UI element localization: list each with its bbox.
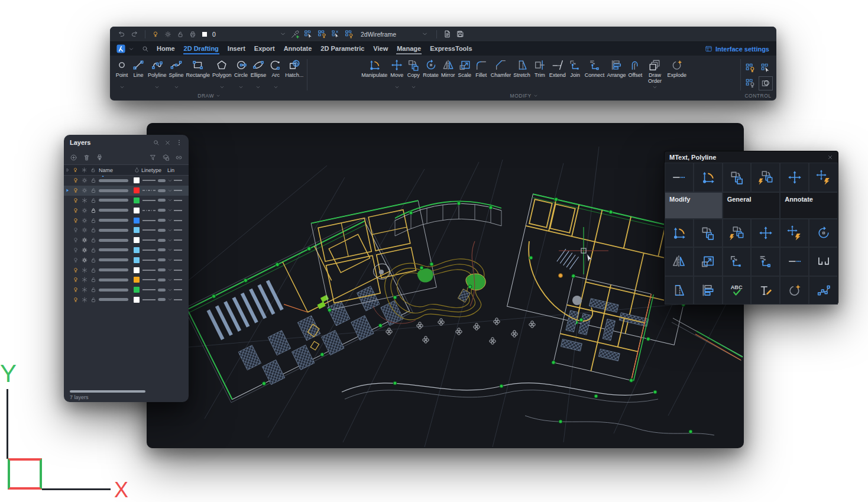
layer-row[interactable]: [64, 295, 189, 305]
quad-tool-copy-express[interactable]: [723, 219, 752, 247]
tab-insert[interactable]: Insert: [227, 43, 246, 54]
bulb-on-icon[interactable]: [71, 187, 80, 194]
linetype-sample[interactable]: [141, 219, 157, 222]
chevron-down-icon[interactable]: [238, 85, 244, 90]
layer-row[interactable]: [64, 255, 189, 265]
quad-tool-stretch[interactable]: [665, 276, 694, 305]
boxed-circle-icon[interactable]: [759, 76, 773, 90]
quad-tool-scale[interactable]: [694, 247, 723, 276]
chevron-down-icon[interactable]: [652, 85, 658, 90]
chevron-down-icon[interactable]: [273, 85, 278, 90]
tool-trim[interactable]: Trim: [532, 57, 548, 90]
search-icon[interactable]: [153, 139, 160, 146]
tool-manipulate[interactable]: Manipulate: [360, 57, 388, 90]
chevron-down-icon[interactable]: [154, 85, 160, 90]
layer-row[interactable]: [64, 265, 189, 275]
bulb-on-icon[interactable]: [71, 207, 80, 214]
quad-tab-annotate[interactable]: Annotate: [780, 192, 838, 219]
quad-tab-modify[interactable]: Modify: [665, 192, 723, 219]
unlock-icon[interactable]: [89, 286, 98, 293]
search-icon[interactable]: [141, 45, 149, 53]
unlock-icon[interactable]: [176, 30, 184, 38]
layer-color-swatch[interactable]: [132, 227, 141, 233]
bulb-on-icon[interactable]: [71, 217, 80, 224]
linetype-column-header[interactable]: Linetype: [141, 167, 167, 173]
snowflake-icon[interactable]: [80, 197, 89, 204]
delete-layer-icon[interactable]: [83, 154, 90, 161]
quad-tool-extend-line[interactable]: [665, 163, 694, 192]
close-icon[interactable]: [827, 154, 833, 160]
tool-mirror[interactable]: Mirror: [440, 57, 456, 90]
lock-column-icon[interactable]: [89, 167, 98, 173]
sun-icon[interactable]: [80, 207, 89, 214]
unlock-icon[interactable]: [89, 217, 98, 224]
bulb-off-icon[interactable]: [71, 247, 80, 254]
snowflake-icon[interactable]: [80, 276, 89, 283]
snowflake-icon[interactable]: [80, 286, 89, 293]
layer-states-icon[interactable]: [162, 154, 170, 161]
chevron-down-icon[interactable]: [166, 247, 173, 252]
tab-export[interactable]: Export: [254, 43, 276, 54]
chevron-down-icon[interactable]: [166, 287, 173, 293]
chevron-down-icon[interactable]: [166, 197, 173, 203]
tool-explode[interactable]: Explode: [666, 57, 688, 90]
layer-color-swatch[interactable]: [132, 297, 141, 303]
tool-circle[interactable]: Circle: [233, 57, 250, 90]
sun-bright-icon[interactable]: [80, 237, 89, 244]
quad-tool-move[interactable]: [780, 163, 809, 192]
snowflake-icon[interactable]: [80, 267, 89, 274]
clear-selection-icon[interactable]: [331, 30, 341, 39]
quad-tool-extend-line[interactable]: [780, 247, 809, 276]
linetype-sample[interactable]: [141, 248, 157, 252]
bulb-off-icon[interactable]: [71, 257, 80, 264]
chevron-down-icon[interactable]: [166, 238, 173, 243]
chevron-down-icon[interactable]: [219, 85, 225, 90]
layer-dropdown[interactable]: 0: [151, 30, 286, 38]
layer-color-swatch[interactable]: [132, 218, 141, 224]
unlock-icon[interactable]: [89, 177, 98, 184]
layer-row[interactable]: [64, 215, 189, 225]
linetype-sample[interactable]: [141, 199, 157, 202]
isolate-objects-icon[interactable]: [318, 30, 327, 39]
add-layer-icon[interactable]: [70, 154, 77, 161]
linetype-sample[interactable]: [141, 258, 157, 262]
unlock-icon[interactable]: [89, 237, 98, 244]
quad-tool-manipulate[interactable]: [665, 219, 694, 247]
sun-icon[interactable]: [80, 177, 89, 184]
link-icon[interactable]: [175, 154, 183, 161]
unisolate-icon[interactable]: [345, 30, 354, 39]
chevron-down-icon[interactable]: [166, 228, 173, 233]
chevron-down-icon[interactable]: [166, 267, 173, 273]
layer-row[interactable]: [64, 225, 189, 235]
bulb-on-icon[interactable]: [71, 177, 80, 184]
tool-rectangle[interactable]: Rectangle: [185, 57, 212, 90]
kebab-menu-icon[interactable]: [176, 139, 183, 146]
unlock-icon[interactable]: [89, 187, 98, 194]
sun-icon[interactable]: [80, 226, 89, 234]
quad-tool-move-express[interactable]: [780, 219, 809, 247]
tool-chamfer[interactable]: Chamfer: [490, 57, 513, 90]
chevron-down-icon[interactable]: [166, 297, 173, 302]
chevron-down-icon[interactable]: [166, 188, 173, 193]
tab-manage[interactable]: Manage: [396, 43, 422, 54]
layer-row[interactable]: [64, 205, 189, 215]
chevron-down-icon[interactable]: [411, 85, 416, 90]
quad-tool-copy[interactable]: [723, 163, 752, 192]
name-column-header[interactable]: Name: [98, 167, 132, 173]
quad-tool-move[interactable]: [751, 219, 780, 247]
purge-icon[interactable]: [96, 154, 103, 161]
sun-bright-icon[interactable]: [80, 247, 89, 254]
tool-arrange[interactable]: Arrange: [605, 57, 627, 90]
tool-connect[interactable]: Connect: [584, 57, 606, 90]
drawing-canvas[interactable]: [147, 123, 744, 448]
save-icon[interactable]: [456, 30, 465, 38]
layer-row[interactable]: [64, 176, 189, 186]
horizontal-scrollbar[interactable]: [70, 390, 145, 393]
tool-copy[interactable]: Copy: [405, 57, 422, 90]
layer-row[interactable]: [64, 245, 189, 255]
tool-polygon[interactable]: Polygon: [211, 57, 233, 90]
color-swatch-icon[interactable]: [201, 31, 208, 38]
layer-color-swatch[interactable]: [132, 247, 141, 253]
layer-color-swatch[interactable]: [132, 187, 141, 193]
linetype2-column-header[interactable]: Lin: [167, 167, 189, 173]
